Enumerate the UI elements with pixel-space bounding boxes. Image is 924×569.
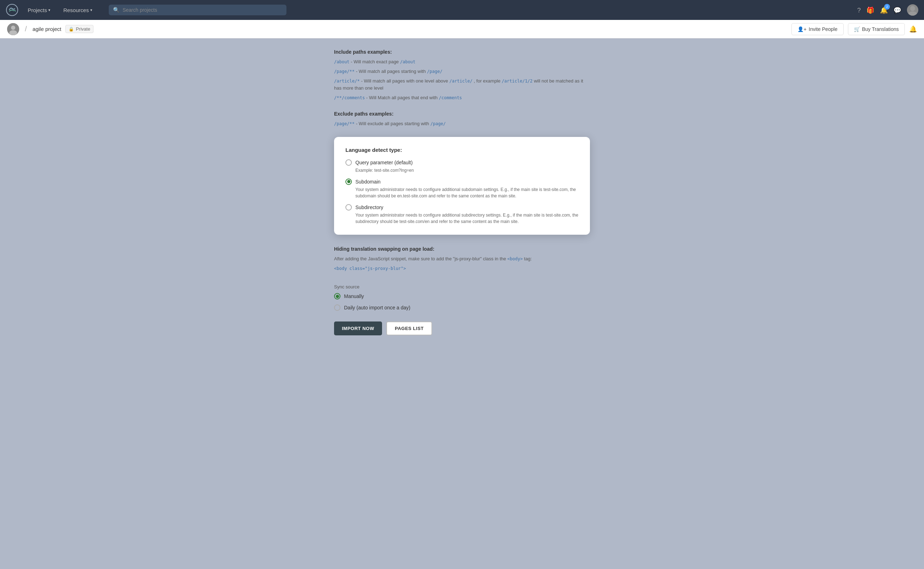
exclude-code-page2: /page/ (430, 121, 446, 126)
option-query-radio[interactable] (346, 159, 352, 166)
user-avatar[interactable] (907, 4, 918, 16)
invite-people-button[interactable]: 👤+ Invite People (792, 23, 843, 35)
option-subdomain: Subdomain Your system administrator need… (346, 178, 578, 199)
option-subdomain-row[interactable]: Subdomain (346, 178, 578, 185)
include-line-4: /**/comments - Will Match all pages that… (334, 94, 590, 102)
sync-daily-label: Daily (auto import once a day) (344, 305, 410, 310)
option-subdirectory-row[interactable]: Subdirectory (346, 204, 578, 210)
logo[interactable] (6, 3, 18, 16)
chat-icon[interactable]: 💬 (894, 6, 901, 14)
option-subdirectory-label: Subdirectory (355, 204, 384, 210)
project-avatar[interactable] (7, 23, 19, 35)
resources-chevron-icon: ▾ (90, 8, 93, 12)
hiding-section: Hiding translation swapping on page load… (334, 243, 590, 281)
sync-daily-radio[interactable] (334, 304, 340, 311)
content-wrapper: Include paths examples: /about - Will ma… (334, 49, 590, 558)
exclude-code-page: /page/** (334, 121, 355, 126)
exclude-paths-title: Exclude paths examples: (334, 111, 590, 117)
sub-nav-bell-icon[interactable]: 🔔 (909, 25, 917, 33)
gift-icon[interactable]: 🎁 (866, 6, 874, 14)
option-subdomain-desc: Your system administrator needs to confi… (355, 186, 578, 199)
include-paths-section: Include paths examples: /about - Will ma… (334, 49, 590, 111)
breadcrumb-separator: / (25, 25, 27, 33)
search-bar: 🔍 (109, 5, 287, 15)
exclude-paths-section: Exclude paths examples: /page/** - Will … (334, 111, 590, 137)
buy-translations-button[interactable]: 🛒 Buy Translations (848, 23, 905, 35)
option-subdirectory-desc: Your system administrator needs to confi… (355, 212, 578, 225)
include-code-page: /page/** (334, 69, 355, 74)
main-content-area: Include paths examples: /about - Will ma… (0, 38, 924, 569)
svg-point-5 (9, 30, 17, 35)
include-code-article2: /article/ (449, 79, 472, 84)
option-query-parameter: Query parameter (default) Example: test-… (346, 159, 578, 173)
project-name[interactable]: agile project (33, 26, 61, 32)
sync-source-title: Sync source (334, 284, 590, 289)
include-line-3: /article/* - Will match all pages with o… (334, 78, 590, 93)
sync-manually-radio[interactable] (334, 293, 340, 300)
sync-manually-row[interactable]: Manually (334, 293, 590, 300)
option-subdomain-label: Subdomain (355, 179, 381, 184)
include-line-1: /about - Will match exact page /about (334, 58, 590, 66)
sync-options: Manually Daily (auto import once a day) (334, 293, 590, 311)
include-code-page2: /page/ (427, 69, 443, 74)
action-buttons: IMPORT NOW PAGES LIST (334, 321, 590, 335)
top-navigation: Projects ▾ Resources ▾ 🔍 ? 🎁 🔔 2 💬 (0, 0, 924, 20)
projects-menu[interactable]: Projects ▾ (24, 5, 54, 15)
notifications-icon[interactable]: 🔔 2 (880, 6, 888, 14)
sync-manually-label: Manually (344, 294, 364, 299)
body-tag-code: <body> (507, 256, 523, 262)
include-code-about2: /about (400, 59, 416, 64)
resources-menu[interactable]: Resources ▾ (60, 5, 96, 15)
hiding-code-block: <body class="js-proxy-blur"> (334, 265, 590, 272)
nav-right-actions: ? 🎁 🔔 2 💬 (857, 4, 918, 16)
option-subdomain-radio[interactable] (346, 178, 352, 185)
option-query-row[interactable]: Query parameter (default) (346, 159, 578, 166)
cart-icon: 🛒 (854, 26, 860, 32)
option-query-label: Query parameter (default) (355, 160, 413, 165)
modal-title: Language detect type: (346, 147, 578, 153)
option-subdirectory: Subdirectory Your system administrator n… (346, 204, 578, 225)
sync-daily-row[interactable]: Daily (auto import once a day) (334, 304, 590, 311)
svg-point-4 (11, 26, 15, 30)
include-code-comments: /**/comments (334, 95, 365, 100)
exclude-line-1: /page/** - Will exclude all pages starti… (334, 120, 590, 128)
include-code-about: /about (334, 59, 349, 64)
hiding-title: Hiding translation swapping on page load… (334, 246, 590, 252)
notifications-badge: 2 (884, 4, 890, 10)
search-icon: 🔍 (113, 7, 120, 13)
include-paths-title: Include paths examples: (334, 49, 590, 55)
option-subdirectory-radio[interactable] (346, 204, 352, 210)
pages-list-button[interactable]: PAGES LIST (386, 321, 432, 335)
lock-icon: 🔒 (68, 27, 74, 32)
include-code-article: /article/* (334, 79, 360, 84)
person-add-icon: 👤+ (798, 26, 806, 32)
svg-point-2 (908, 11, 917, 16)
hiding-text: After adding the JavaScript snippet, mak… (334, 256, 590, 263)
private-badge: 🔒 Private (65, 25, 93, 33)
body-class-code: <body class="js-proxy-blur"> (334, 266, 406, 271)
search-input[interactable] (123, 7, 282, 13)
include-code-comments2: /comments (439, 95, 462, 100)
sync-source-section: Sync source Manually Daily (auto import … (334, 281, 590, 318)
language-detect-modal: Language detect type: Query parameter (d… (334, 137, 590, 235)
sub-navigation: / agile project 🔒 Private 👤+ Invite Peop… (0, 20, 924, 38)
include-line-2: /page/** - Will match all pages starting… (334, 68, 590, 75)
option-query-example: Example: test-site.com?lng=en (355, 167, 578, 173)
projects-chevron-icon: ▾ (49, 8, 50, 12)
svg-point-1 (910, 6, 915, 11)
import-now-button[interactable]: IMPORT NOW (334, 321, 382, 335)
help-icon[interactable]: ? (857, 6, 861, 14)
language-detect-options: Query parameter (default) Example: test-… (346, 159, 578, 225)
include-code-article3: /article/1/2 (502, 79, 533, 84)
sub-nav-actions: 👤+ Invite People 🛒 Buy Translations 🔔 (792, 23, 917, 35)
